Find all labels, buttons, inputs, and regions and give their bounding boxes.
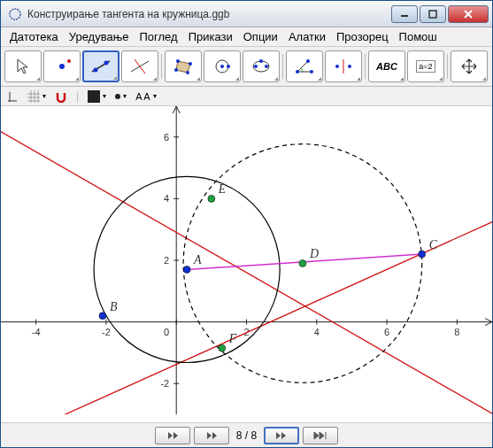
- tool-point[interactable]: [43, 50, 81, 82]
- tool-circle[interactable]: [204, 50, 241, 82]
- menu-options[interactable]: Опции: [238, 28, 283, 45]
- pointer-icon: [14, 58, 32, 75]
- svg-point-19: [227, 65, 230, 68]
- tool-slider[interactable]: a=2: [407, 50, 444, 82]
- label-style[interactable]: A A▾: [135, 91, 157, 102]
- svg-text:-2: -2: [102, 327, 111, 337]
- svg-text:0: 0: [164, 327, 169, 337]
- svg-point-15: [186, 71, 189, 74]
- svg-line-11: [135, 59, 145, 73]
- style-bar: ▾ | ▾ ▾ A A▾: [1, 87, 492, 106]
- app-window: Конструирање тангента на кружница.ggb Да…: [0, 0, 493, 448]
- close-button[interactable]: [448, 5, 489, 23]
- main-toolbar: ABC a=2: [1, 47, 492, 87]
- svg-text:-4: -4: [32, 327, 41, 337]
- app-icon: [8, 7, 22, 21]
- svg-point-6: [67, 59, 71, 63]
- menu-tools[interactable]: Алатки: [283, 28, 331, 45]
- move-icon: [460, 58, 478, 75]
- menubar: Датотека Уредување Поглед Прикази Опции …: [1, 27, 492, 47]
- graphics-view[interactable]: -4-22468-22460ABCDEF: [1, 106, 492, 422]
- tool-angle[interactable]: [286, 50, 323, 82]
- svg-text:F: F: [228, 332, 237, 345]
- line-icon: [90, 58, 112, 75]
- nav-prev-button[interactable]: [194, 427, 229, 444]
- tool-move[interactable]: [4, 50, 42, 82]
- magnet-toggle[interactable]: [55, 90, 67, 103]
- menu-view[interactable]: Поглед: [134, 28, 182, 45]
- point-style[interactable]: ▾: [115, 92, 127, 100]
- svg-line-57: [1, 214, 492, 414]
- svg-text:4: 4: [314, 327, 320, 337]
- construction-navigation: 8 / 8: [1, 422, 492, 447]
- svg-point-24: [296, 70, 299, 73]
- ellipse-icon: [250, 58, 272, 75]
- svg-text:E: E: [218, 182, 227, 196]
- tool-pan[interactable]: [451, 50, 488, 82]
- svg-point-61: [183, 266, 190, 273]
- slider-icon: a=2: [416, 60, 435, 73]
- menu-help[interactable]: Помош: [394, 28, 443, 45]
- svg-text:D: D: [309, 247, 319, 260]
- nav-next-button[interactable]: [264, 427, 299, 444]
- grid-toggle[interactable]: ▾: [27, 90, 46, 103]
- svg-point-63: [99, 313, 106, 320]
- titlebar[interactable]: Конструирање тангента на кружница.ggb: [1, 1, 492, 27]
- svg-point-14: [189, 62, 192, 66]
- window-controls: [389, 5, 489, 23]
- perpendicular-icon: [129, 58, 150, 75]
- reflect-icon: [333, 58, 354, 75]
- svg-text:4: 4: [164, 193, 169, 204]
- svg-point-29: [348, 65, 351, 68]
- svg-text:A: A: [193, 253, 202, 266]
- svg-text:2: 2: [164, 255, 169, 266]
- tool-text[interactable]: ABC: [368, 50, 405, 82]
- svg-point-26: [306, 59, 310, 63]
- svg-point-5: [59, 64, 65, 69]
- circle-icon: [212, 58, 233, 75]
- nav-first-button[interactable]: [155, 427, 190, 444]
- menu-display[interactable]: Прикази: [183, 28, 238, 45]
- svg-point-22: [265, 65, 268, 68]
- angle-icon: [294, 58, 315, 75]
- color-picker[interactable]: ▾: [88, 90, 106, 103]
- svg-point-28: [335, 65, 339, 68]
- svg-text:6: 6: [384, 327, 389, 337]
- svg-point-65: [419, 251, 426, 258]
- svg-point-0: [10, 9, 20, 19]
- point-icon: [51, 58, 73, 75]
- nav-step-label: 8 / 8: [233, 429, 260, 442]
- svg-point-25: [310, 70, 313, 73]
- svg-rect-2: [429, 11, 436, 18]
- geometry-canvas[interactable]: -4-22468-22460ABCDEF: [1, 106, 492, 414]
- svg-point-23: [259, 59, 263, 63]
- tool-perpendicular[interactable]: [121, 50, 158, 82]
- svg-point-8: [94, 68, 98, 73]
- tool-reflect[interactable]: [325, 50, 362, 82]
- text-icon: ABC: [376, 61, 397, 72]
- svg-text:6: 6: [164, 132, 169, 143]
- svg-point-18: [220, 65, 224, 68]
- menu-window[interactable]: Прозорец: [331, 28, 394, 45]
- axes-toggle[interactable]: [6, 90, 19, 103]
- svg-point-9: [104, 61, 109, 66]
- svg-point-16: [174, 68, 178, 72]
- svg-point-21: [254, 65, 258, 68]
- svg-text:C: C: [429, 238, 438, 251]
- minimize-button[interactable]: [391, 5, 418, 23]
- svg-text:B: B: [110, 300, 118, 313]
- menu-edit[interactable]: Уредување: [64, 28, 135, 45]
- svg-point-69: [208, 195, 215, 202]
- tool-line[interactable]: [82, 50, 119, 82]
- nav-last-button[interactable]: [303, 427, 338, 444]
- tool-conic[interactable]: [243, 50, 280, 82]
- tool-polygon[interactable]: [165, 50, 202, 82]
- svg-text:-2: -2: [160, 378, 169, 389]
- window-title: Конструирање тангента на кружница.ggb: [27, 8, 389, 20]
- menu-file[interactable]: Датотека: [4, 28, 64, 45]
- svg-point-13: [176, 59, 180, 63]
- svg-line-56: [1, 121, 492, 414]
- maximize-button[interactable]: [420, 5, 446, 23]
- svg-point-67: [299, 259, 306, 266]
- svg-text:8: 8: [454, 327, 459, 337]
